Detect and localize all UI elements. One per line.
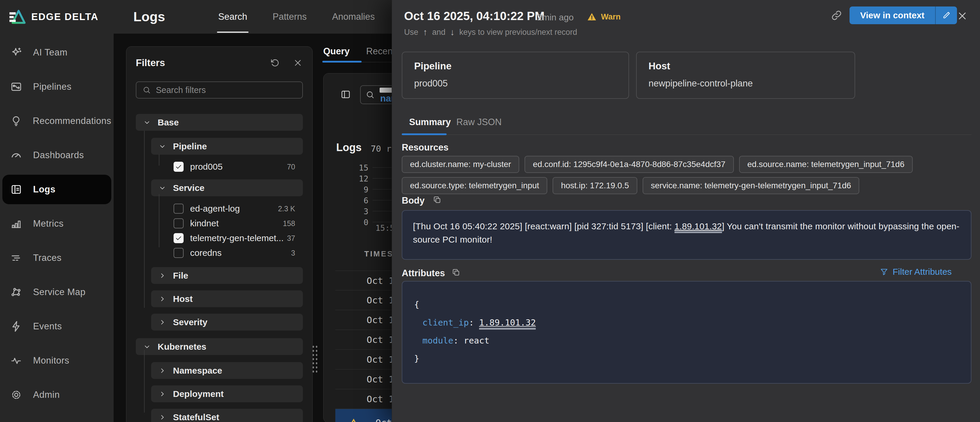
gauge-icon — [10, 149, 22, 162]
json-key[interactable]: client_ip — [422, 317, 469, 328]
ai-sparkle-icon — [10, 46, 22, 59]
resource-chip[interactable]: ed.source.name: telemetrygen_input_71d6 — [739, 156, 913, 173]
pipelines-icon — [10, 81, 22, 93]
filter-section-deployment[interactable]: Deployment — [151, 386, 303, 402]
close-filters-icon[interactable] — [293, 58, 303, 68]
checkbox-checked[interactable] — [173, 162, 184, 172]
y-tick: 12 — [351, 174, 368, 183]
pulse-icon — [10, 354, 22, 367]
filter-item-ed-agent-log[interactable]: ed-agent-log 2.3 K — [173, 202, 295, 215]
section-label: Service — [173, 183, 205, 193]
chevron-down-icon — [143, 343, 151, 351]
checkbox[interactable] — [173, 204, 184, 214]
panel-resize-handle[interactable] — [312, 345, 318, 373]
section-label: Deployment — [173, 389, 224, 399]
resource-chip[interactable]: ed.conf.id: 1295c9f4-0e1a-4870-8d86-87c3… — [525, 156, 733, 173]
filter-item-label: kindnet — [190, 218, 219, 228]
sidebar-item-label: Monitors — [33, 355, 69, 366]
filter-item-count: 70 — [287, 163, 295, 171]
client-ip-link[interactable]: 1.89.101.32 — [675, 221, 722, 233]
filters-search-input[interactable]: Search filters — [136, 81, 303, 98]
filter-attributes-button[interactable]: Filter Attributes — [880, 267, 952, 277]
section-label: StatefulSet — [173, 412, 219, 422]
filter-item-prod005[interactable]: prod005 70 — [173, 160, 295, 173]
tab-search[interactable]: Search — [218, 11, 247, 22]
sidebar-item-admin[interactable]: Admin — [2, 380, 111, 409]
check-icon — [175, 163, 183, 171]
section-label: Severity — [173, 317, 207, 327]
sidebar-item-pipelines[interactable]: Pipelines — [2, 72, 111, 102]
section-label: Host — [173, 294, 193, 304]
sidebar-item-logs[interactable]: Logs — [2, 175, 111, 204]
tab-summary[interactable]: Summary — [409, 117, 451, 127]
chevron-right-icon — [158, 413, 167, 421]
tab-query[interactable]: Query — [323, 46, 350, 57]
filter-section-file[interactable]: File — [151, 267, 303, 284]
pipeline-card: Pipeline prod005 — [402, 52, 629, 99]
filter-section-host[interactable]: Host — [151, 290, 303, 307]
json-entry: module: react — [422, 332, 959, 350]
filter-item-count: 2.3 K — [278, 205, 295, 213]
search-icon — [142, 86, 151, 94]
edgedelta-logo-icon — [9, 9, 27, 25]
tab-raw-json[interactable]: Raw JSON — [457, 117, 501, 127]
sidebar-item-monitors[interactable]: Monitors — [2, 346, 111, 375]
page-title: Logs — [134, 9, 165, 24]
resource-chip[interactable]: ed.cluster.name: my-cluster — [402, 156, 519, 173]
hint-text: and — [432, 28, 445, 37]
filter-section-statefulset[interactable]: StatefulSet — [151, 409, 303, 422]
filter-item-kindnet[interactable]: kindnet 158 — [173, 217, 295, 230]
reset-filters-icon[interactable] — [270, 58, 280, 68]
sidebar-item-label: Logs — [33, 184, 56, 195]
sidebar-item-events[interactable]: Events — [2, 312, 111, 341]
sidebar-item-label: Pipelines — [33, 81, 72, 92]
filter-item-coredns[interactable]: coredns 3 — [173, 246, 295, 259]
filter-item-telemetry-gen[interactable]: telemetry-gen-telemet... 37 — [173, 232, 295, 244]
sidebar-item-metrics[interactable]: Metrics — [2, 209, 111, 238]
json-close-brace: } — [414, 350, 959, 368]
tab-anomalies[interactable]: Anomalies — [332, 11, 375, 22]
section-label: Namespace — [173, 366, 222, 376]
client-ip-value[interactable]: 1.89.101.32 — [479, 317, 536, 330]
tab-patterns[interactable]: Patterns — [273, 11, 307, 22]
resource-chip[interactable]: ed.source.type: telemetrygen_input — [402, 177, 547, 194]
bar-chart-icon — [10, 217, 22, 230]
sidebar-item-ai-team[interactable]: AI Team — [2, 38, 111, 67]
checkbox[interactable] — [173, 218, 184, 228]
filter-section-service[interactable]: Service — [151, 179, 303, 196]
filter-section-kubernetes[interactable]: Kubernetes — [136, 338, 303, 355]
tab-recent[interactable]: Recent — [366, 46, 395, 57]
sidebar-item-traces[interactable]: Traces — [2, 243, 111, 273]
toggle-columns-icon[interactable] — [340, 89, 351, 100]
close-drawer-icon[interactable] — [956, 10, 968, 22]
copy-icon[interactable] — [452, 268, 460, 277]
top-tabs: Search Patterns Anomalies — [218, 11, 375, 22]
logs-chart-title: Logs — [336, 141, 361, 154]
sidebar-item-service-map[interactable]: Service Map — [2, 278, 111, 307]
sidebar-item-label: Dashboards — [33, 150, 84, 160]
copy-link-icon[interactable] — [830, 10, 842, 21]
filter-item-label: coredns — [190, 248, 222, 258]
sidebar-item-dashboards[interactable]: Dashboards — [2, 140, 111, 170]
checkbox-checked[interactable] — [173, 233, 184, 243]
brand-logo[interactable]: EDGE DELTA — [9, 9, 99, 25]
edit-icon[interactable] — [936, 6, 957, 24]
resource-chips-row: ed.cluster.name: my-cluster ed.conf.id: … — [402, 156, 971, 173]
resource-chip[interactable]: service.name: telemetry-gen-telemetrygen… — [643, 177, 859, 194]
lightning-icon — [10, 320, 22, 333]
filter-section-pipeline[interactable]: Pipeline — [151, 138, 303, 155]
sidebar-item-recommendations[interactable]: Recommendations — [2, 106, 111, 136]
resource-chip[interactable]: host.ip: 172.19.0.5 — [552, 177, 637, 194]
view-in-context-button[interactable]: View in context — [850, 6, 957, 24]
chevron-right-icon — [158, 295, 167, 303]
card-value: newpipeline-control-plane — [649, 78, 843, 89]
copy-icon[interactable] — [433, 195, 442, 204]
pencil-icon — [942, 11, 951, 20]
filter-section-namespace[interactable]: Namespace — [151, 362, 303, 379]
json-key[interactable]: module — [422, 336, 453, 346]
filter-section-base[interactable]: Base — [136, 114, 303, 131]
filter-item-label: telemetry-gen-telemet... — [190, 233, 284, 243]
checkbox[interactable] — [173, 248, 184, 258]
filter-section-severity[interactable]: Severity — [151, 314, 303, 330]
card-title: Host — [649, 60, 843, 72]
